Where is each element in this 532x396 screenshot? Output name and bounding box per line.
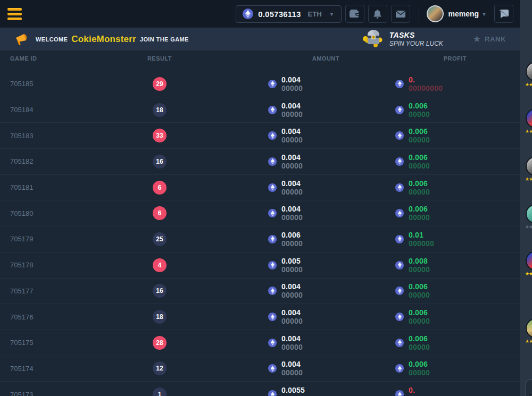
table-row[interactable]: 705181 6 0.00400000 ETH 0.00600000 ETH bbox=[0, 174, 520, 200]
game-id: 705175 bbox=[0, 339, 117, 347]
header-result: RESULT bbox=[117, 55, 202, 62]
hamburger-menu-icon[interactable] bbox=[7, 8, 22, 20]
eth-coin-icon bbox=[268, 235, 277, 243]
eth-coin-icon bbox=[395, 390, 404, 396]
user-menu-chevron-icon[interactable]: ▼ bbox=[481, 11, 487, 17]
profit-cell: 0.00600000 ETH bbox=[351, 205, 520, 222]
tasks-widget[interactable]: 0 TASKS SPIN YOUR LUCK bbox=[362, 29, 443, 49]
eth-coin-icon bbox=[395, 313, 404, 321]
result-cell: 33 bbox=[117, 129, 202, 142]
rank-widget[interactable]: ★ RANK bbox=[473, 35, 506, 44]
chat-sidebar-strip[interactable]: ★★★★★★★★★★★★ bbox=[520, 0, 532, 396]
table-row[interactable]: 705179 25 0.00600000 ETH 0.01000000 ETH bbox=[0, 226, 520, 252]
mail-button[interactable] bbox=[391, 5, 410, 23]
user-avatar[interactable] bbox=[427, 5, 444, 22]
table-row[interactable]: 705182 16 0.00400000 ETH 0.00600000 ETH bbox=[0, 148, 520, 174]
chat-member-avatar[interactable] bbox=[526, 156, 532, 176]
chevron-down-icon: ▼ bbox=[329, 11, 335, 17]
amount-cell: 0.00400000 ETH bbox=[202, 75, 351, 92]
profit-value: 0.00600000 bbox=[409, 179, 520, 196]
welcome-player-name: CokieMonsterr bbox=[71, 34, 136, 45]
chat-toggle-button[interactable] bbox=[494, 5, 513, 23]
topbar-right-group: 0.05736113 ETH ▼ memeng ▼ bbox=[236, 5, 513, 23]
amount-cell: 0.00400000 ETH bbox=[202, 102, 351, 119]
wallet-button[interactable] bbox=[345, 5, 364, 23]
result-badge: 29 bbox=[153, 77, 167, 91]
chat-input[interactable] bbox=[526, 380, 532, 396]
chat-member-avatar[interactable] bbox=[526, 108, 532, 128]
chat-member-avatar[interactable] bbox=[526, 204, 532, 224]
amount-cell: 0.00400000 ETH bbox=[202, 205, 351, 222]
result-badge: 28 bbox=[153, 336, 167, 350]
eth-coin-icon bbox=[268, 209, 277, 217]
result-cell: 28 bbox=[117, 336, 202, 350]
result-cell: 25 bbox=[117, 232, 202, 246]
game-id: 705176 bbox=[0, 313, 117, 321]
table-row[interactable]: 705178 4 0.00500000 ETH 0.00800000 ETH bbox=[0, 252, 520, 278]
eth-coin-icon bbox=[395, 183, 404, 192]
profit-value: 0.00600000 bbox=[409, 205, 520, 222]
megaphone-icon bbox=[14, 33, 28, 45]
amount-cell: 0.00400000 ETH bbox=[202, 127, 351, 144]
balance-currency: ETH bbox=[308, 10, 322, 18]
profit-cell: 0.00600000 ETH bbox=[351, 102, 520, 119]
game-history-table: GAME ID RESULT AMOUNT PROFIT 705185 29 0… bbox=[0, 50, 520, 396]
game-id: 705177 bbox=[0, 287, 117, 295]
eth-coin-icon bbox=[268, 390, 277, 396]
table-body: 705185 29 0.00400000 ETH 0.00000000 ETH … bbox=[0, 71, 520, 396]
eth-coin-icon bbox=[268, 364, 277, 373]
eth-coin-icon bbox=[395, 80, 404, 88]
profit-value: 0.00000000 bbox=[409, 75, 520, 92]
welcome-banner: WELCOME CokieMonsterr JOIN THE GAME 0 bbox=[0, 28, 520, 50]
chat-member-avatar[interactable] bbox=[526, 318, 532, 338]
eth-coin-icon bbox=[395, 131, 404, 140]
eth-coin-icon bbox=[268, 261, 277, 269]
result-badge: 16 bbox=[153, 155, 167, 168]
game-id: 705180 bbox=[0, 209, 117, 217]
table-row[interactable]: 705173 1 0.00550000 ETH 0.00000000 ETH bbox=[0, 381, 520, 396]
balance-selector[interactable]: 0.05736113 ETH ▼ bbox=[236, 5, 341, 23]
eth-coin-icon bbox=[268, 183, 277, 192]
result-cell: 6 bbox=[117, 206, 202, 220]
main-column: 0.05736113 ETH ▼ memeng ▼ bbox=[0, 0, 520, 396]
result-badge: 18 bbox=[153, 310, 167, 324]
welcome-suffix: JOIN THE GAME bbox=[140, 36, 189, 43]
table-row[interactable]: 705177 16 0.00400000 ETH 0.00600000 ETH bbox=[0, 278, 520, 304]
table-row[interactable]: 705184 18 0.00400000 ETH 0.00600000 ETH bbox=[0, 97, 520, 123]
treasure-chest-icon: 0 bbox=[362, 29, 385, 49]
game-id: 705184 bbox=[0, 106, 117, 114]
topbar-divider bbox=[419, 7, 419, 21]
table-row[interactable]: 705175 28 0.00400000 ETH 0.00600000 ETH bbox=[0, 330, 520, 356]
result-badge: 25 bbox=[153, 232, 167, 246]
game-id: 705174 bbox=[0, 365, 117, 373]
amount-cell: 0.00400000 ETH bbox=[202, 179, 351, 196]
table-row[interactable]: 705174 12 0.00400000 ETH 0.00600000 ETH bbox=[0, 356, 520, 382]
star-icon: ★★ bbox=[525, 82, 532, 87]
notifications-button[interactable] bbox=[368, 5, 387, 23]
table-row[interactable]: 705185 29 0.00400000 ETH 0.00000000 ETH bbox=[0, 71, 520, 97]
result-cell: 4 bbox=[117, 258, 202, 272]
app-root: 0.05736113 ETH ▼ memeng ▼ bbox=[0, 0, 532, 396]
star-icon: ★★ bbox=[525, 176, 532, 182]
eth-coin-icon bbox=[243, 9, 253, 19]
star-icon: ★★ bbox=[525, 339, 532, 344]
tasks-title: TASKS bbox=[389, 31, 443, 39]
chat-member-avatar[interactable] bbox=[526, 62, 532, 81]
eth-coin-icon bbox=[268, 339, 277, 347]
chat-member-avatar[interactable] bbox=[526, 251, 532, 271]
result-badge: 12 bbox=[153, 361, 167, 375]
profit-cell: 0.00600000 ETH bbox=[351, 127, 520, 144]
table-row[interactable]: 705183 33 0.00400000 ETH 0.00600000 ETH bbox=[0, 122, 520, 148]
eth-coin-icon bbox=[395, 209, 404, 217]
profit-cell: 0.00000000 ETH bbox=[351, 75, 520, 92]
header-amount: AMOUNT bbox=[202, 55, 351, 62]
game-id: 705181 bbox=[0, 183, 117, 191]
result-badge: 6 bbox=[153, 206, 167, 220]
table-row[interactable]: 705176 18 0.00400000 ETH 0.00600000 ETH bbox=[0, 304, 520, 330]
result-cell: 12 bbox=[117, 361, 202, 375]
result-cell: 1 bbox=[117, 387, 202, 396]
eth-coin-icon bbox=[395, 235, 404, 243]
profit-cell: 0.00600000 ETH bbox=[351, 179, 520, 196]
table-row[interactable]: 705180 6 0.00400000 ETH 0.00600000 ETH bbox=[0, 200, 520, 226]
result-cell: 16 bbox=[117, 284, 202, 298]
